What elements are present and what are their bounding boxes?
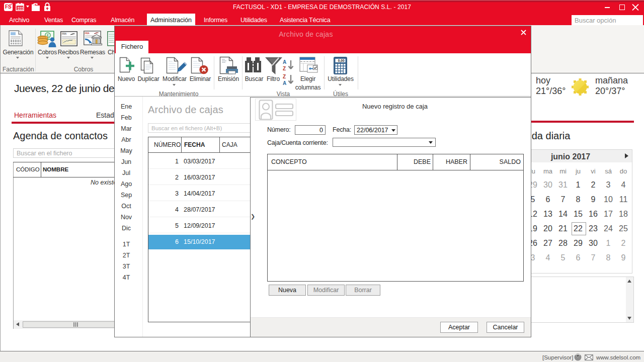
svg-text:A: A (283, 80, 286, 86)
svg-text:0,00: 0,00 (338, 59, 345, 63)
svg-text:FRA: FRA (85, 32, 90, 35)
svg-text:Z: Z (283, 74, 286, 79)
svg-text:FRA: FRA (62, 33, 67, 35)
svg-text:A: A (283, 59, 286, 65)
svg-text:Z: Z (283, 66, 286, 71)
